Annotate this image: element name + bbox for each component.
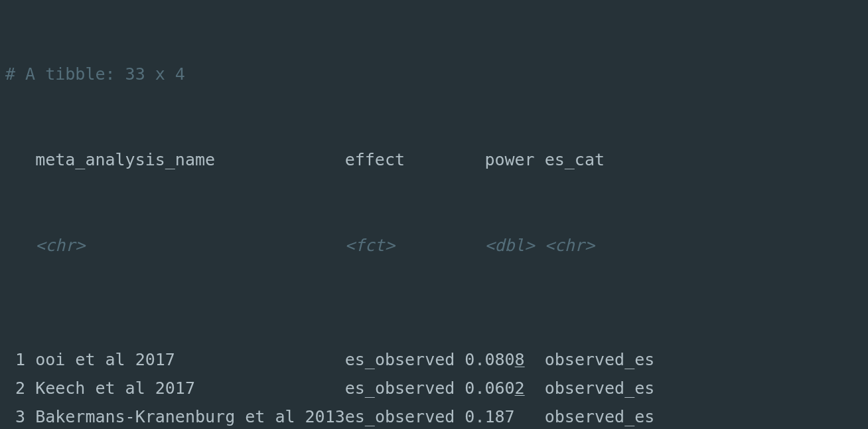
cell-power: 0.0602 [465, 374, 534, 402]
cell-effect: es_observed [345, 374, 465, 402]
sig-digit-underline: 8 [515, 350, 525, 369]
cell-meta-analysis-name: Keech et al 2017 [35, 374, 345, 402]
col-header-name: meta_analysis_name [35, 145, 345, 174]
tibble-rows: 1 ooi et al 2017 es_observed 0.0808 obse… [5, 345, 863, 429]
cell-effect: es_observed [345, 402, 465, 429]
col-type-power: <dbl> [465, 231, 544, 260]
r-console-output: # A tibble: 33 x 4 meta_analysis_nameeff… [0, 0, 868, 429]
column-header-row: meta_analysis_nameeffectpoweres_cat [5, 145, 863, 174]
col-header-escat: es_cat [545, 145, 605, 174]
cell-es-cat: observed_es [545, 345, 655, 374]
col-type-name: <chr> [35, 231, 345, 260]
cell-meta-analysis-name: Bakermans-Kranenburg et al 2013 [35, 402, 345, 429]
cell-es-cat: observed_es [545, 374, 655, 402]
col-type-escat: <chr> [545, 231, 595, 260]
sig-digit-underline: 2 [515, 379, 525, 398]
cell-power: 0.187 [465, 402, 534, 429]
col-type-effect: <fct> [345, 231, 465, 260]
column-type-row: <chr><fct><dbl><chr> [5, 231, 863, 260]
col-header-effect: effect [345, 145, 465, 174]
row-number: 3 [5, 402, 25, 429]
table-row: 1 ooi et al 2017 es_observed 0.0808 obse… [5, 345, 863, 374]
table-row: 2 Keech et al 2017 es_observed 0.0602 ob… [5, 374, 863, 402]
row-number: 1 [5, 345, 25, 374]
cell-effect: es_observed [345, 345, 465, 374]
cell-es-cat: observed_es [545, 402, 655, 429]
table-row: 3 Bakermans-Kranenburg et al 2013es_obse… [5, 402, 863, 429]
cell-power: 0.0808 [465, 345, 534, 374]
tibble-dim-header: # A tibble: 33 x 4 [5, 60, 863, 88]
cell-meta-analysis-name: ooi et al 2017 [35, 345, 345, 374]
row-number: 2 [5, 374, 25, 402]
col-header-power: power [465, 145, 544, 174]
